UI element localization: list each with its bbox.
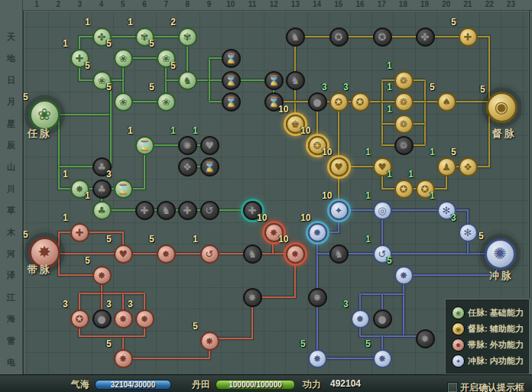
skill-node-beast[interactable]: ♞	[157, 201, 176, 220]
skill-node-flower[interactable]: ❀	[157, 49, 176, 68]
legend-item-text: 带脉: 外功能力	[468, 339, 524, 351]
skill-node-wolf[interactable]: ♞	[286, 28, 305, 47]
skill-node-claw[interactable]: ✸	[114, 349, 133, 368]
skill-node-plus[interactable]: ✚	[178, 201, 197, 220]
skill-node-hand[interactable]: ✦	[329, 201, 349, 220]
flower-icon: ❀	[162, 53, 170, 63]
hourglass-icon: ⌛	[203, 162, 216, 172]
skill-node-man[interactable]: ♟	[437, 157, 456, 177]
skill-node-swirl[interactable]: ✪	[373, 28, 392, 47]
skill-node-heart[interactable]: ♥	[373, 157, 392, 177]
skill-node-plus[interactable]: ✚	[70, 223, 89, 242]
skill-node-claw[interactable]: ✸	[135, 309, 154, 329]
skill-node-bird[interactable]: ✤	[416, 28, 435, 47]
skill-node-hourglass[interactable]: ⌛	[114, 180, 133, 199]
skill-node-swirl[interactable]: ✪	[329, 92, 349, 112]
skill-node-pumpkin[interactable]: ❂	[308, 136, 327, 155]
confirm-checkbox-label[interactable]: 开启确认提示框	[460, 381, 524, 392]
skill-node-heart[interactable]: ♥	[200, 136, 219, 155]
skill-node-beast[interactable]: ♞	[178, 71, 197, 90]
skill-node-heart[interactable]: ♥	[329, 157, 349, 177]
skill-node-egg[interactable]: ●	[373, 309, 392, 329]
skill-node-heart[interactable]: ♥	[114, 245, 133, 264]
skill-node-flower[interactable]: ❀	[29, 99, 60, 131]
skill-node-wolf[interactable]: ♞	[243, 245, 262, 264]
skill-node-plus[interactable]: ✚	[459, 28, 478, 47]
skill-node-cycle[interactable]: ↺	[200, 201, 219, 220]
skill-node-plus[interactable]: ✚	[135, 201, 154, 220]
confirm-checkbox[interactable]	[447, 382, 458, 392]
skill-node-swirl[interactable]: ✪	[394, 180, 414, 199]
skill-node-sphere[interactable]: ●	[308, 92, 327, 112]
gongli-label: 功力	[303, 378, 321, 391]
skill-node-claw[interactable]: ✸	[157, 245, 176, 264]
skill-node-plus[interactable]: ✚	[70, 49, 89, 68]
pumpkin-icon: ❂	[313, 141, 322, 151]
column-ruler: 1234567891011121314151617181920212223	[22, 0, 532, 11]
skill-node-claw[interactable]: ✸	[264, 223, 284, 242]
swirl-icon: ✪	[335, 97, 343, 107]
skill-node-swirl[interactable]: ✪	[329, 28, 349, 47]
skill-node-swirl[interactable]: ✪	[416, 180, 435, 199]
skill-node-hourglass[interactable]: ⌛	[222, 49, 241, 68]
snow-icon: ✻	[443, 206, 451, 215]
skill-node-mushroom[interactable]: ♠	[437, 92, 456, 112]
skill-node-wolf[interactable]: ♞	[286, 71, 305, 90]
skill-node-claw[interactable]: ✸	[308, 349, 327, 368]
skill-node-snow[interactable]: ✻	[459, 223, 478, 242]
skill-node-claw[interactable]: ✸	[114, 309, 133, 329]
skill-node-claw[interactable]: ✸	[200, 332, 219, 351]
skill-node-sprout[interactable]: ✾	[135, 28, 154, 47]
skill-node-armor[interactable]: ❖	[459, 157, 478, 177]
skill-node-nugget[interactable]: ❁	[394, 71, 414, 90]
skill-node-fourdot[interactable]: ❖	[178, 157, 197, 177]
skill-node-claw[interactable]: ✸	[286, 245, 305, 264]
skill-node-flower[interactable]: ❀	[157, 92, 176, 112]
skill-node-bird[interactable]: ✤	[92, 28, 112, 47]
meridian-label-dai: 带脉	[28, 263, 52, 277]
skill-node-claw[interactable]: ✸	[394, 266, 414, 285]
skill-node-hourglass[interactable]: ⌛	[222, 71, 241, 90]
skill-node-hourglass[interactable]: ⌛	[135, 136, 154, 155]
skill-node-hourglass[interactable]: ⌛	[264, 92, 284, 112]
skill-node-claw[interactable]: ✸	[351, 309, 370, 329]
skill-node-claw[interactable]: ✸	[373, 349, 392, 368]
skill-node-nugget[interactable]: ❁	[394, 92, 414, 112]
skill-node-hourglass[interactable]: ⌛	[264, 71, 284, 90]
skill-node-nugget[interactable]: ❁	[394, 136, 414, 155]
skill-node-claw[interactable]: ✸	[416, 329, 435, 348]
skill-node-sprout[interactable]: ✾	[178, 28, 197, 47]
skill-node-thorn[interactable]: ✸	[70, 180, 89, 199]
skill-node-rock[interactable]: ●	[92, 309, 112, 329]
skill-node-hourglass[interactable]: ⌛	[200, 157, 219, 177]
skill-node-leaf[interactable]: ♣	[92, 157, 112, 177]
ruler-number: 9	[207, 0, 212, 8]
skill-node-leaf[interactable]: ♣	[92, 201, 112, 220]
skill-node-claw[interactable]: ✸	[243, 288, 262, 307]
wolf-icon: ♞	[290, 76, 300, 86]
skill-node-nugget[interactable]: ❁	[394, 115, 414, 134]
skill-node-swirl[interactable]: ✪	[351, 92, 370, 112]
rock-icon: ●	[97, 314, 105, 324]
skill-node-orb[interactable]: ◎	[373, 201, 392, 220]
skill-node-cycle[interactable]: ↺	[373, 245, 392, 264]
skill-node-flower[interactable]: ❀	[92, 71, 112, 90]
skill-node-burst[interactable]: ✺	[178, 136, 197, 155]
skill-node-leaf[interactable]: ♣	[92, 180, 112, 199]
nugget-icon: ❁	[400, 141, 408, 151]
skill-node-cycle[interactable]: ↺	[200, 245, 219, 264]
skill-node-hourglass[interactable]: ⌛	[222, 92, 241, 112]
skill-node-eye[interactable]: ◉	[486, 92, 517, 123]
skill-node-snow[interactable]: ✻	[437, 201, 456, 220]
skill-node-plus[interactable]: ✚	[243, 201, 262, 220]
skill-node-claw[interactable]: ✸	[308, 288, 327, 307]
skill-node-fist[interactable]: ✹	[308, 223, 327, 242]
skill-node-flower[interactable]: ❀	[114, 92, 133, 112]
skill-node-thorn[interactable]: ✸	[92, 266, 112, 285]
skill-node-wheel[interactable]: ✪	[70, 309, 89, 329]
skill-node-burst[interactable]: ✺	[485, 238, 516, 270]
skill-node-lion[interactable]: ♚	[286, 115, 305, 134]
skill-node-wolf[interactable]: ♞	[329, 245, 349, 264]
legend-item: ❀任脉: 基础能力	[452, 305, 528, 321]
skill-node-flower[interactable]: ❀	[114, 49, 133, 68]
